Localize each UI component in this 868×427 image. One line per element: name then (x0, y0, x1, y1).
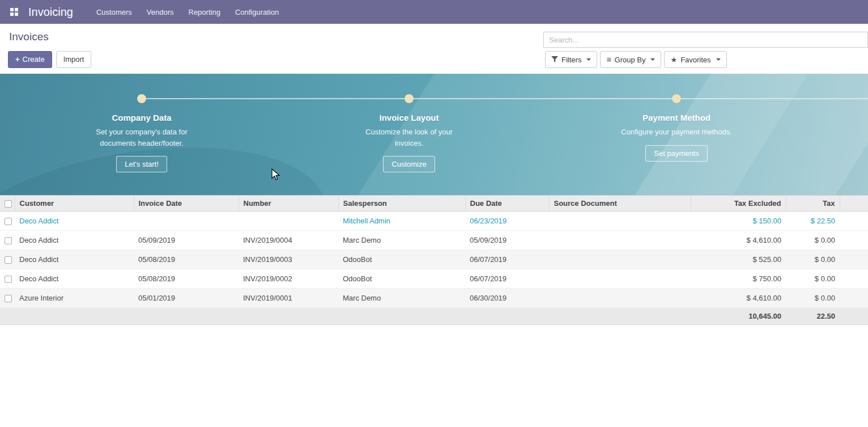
app-brand[interactable]: Invoicing (28, 6, 73, 19)
cell-invoice-date: 05/08/2019 (134, 269, 239, 289)
search-options-bar: Filters ≡ Group By ★ Favorites (545, 51, 727, 68)
chevron-down-icon (586, 58, 591, 61)
cell-due-date: 06/23/2019 (465, 212, 549, 231)
step-title: Payment Method (643, 113, 710, 122)
column-header-spacer (840, 196, 868, 212)
create-button-label: Create (23, 55, 45, 64)
cell-number (239, 212, 338, 231)
import-button[interactable]: Import (56, 51, 92, 68)
step-description: Customize the look of your invoices. (354, 126, 465, 149)
invoice-row[interactable]: Deco Addict Mitchell Admin 06/23/2019 $ … (0, 212, 868, 231)
checkbox-cell (0, 231, 15, 250)
column-header-number[interactable]: Number (239, 196, 338, 212)
row-checkbox[interactable] (5, 276, 12, 283)
step-description: Configure your payment methods. (621, 126, 732, 138)
cell-spacer (840, 212, 868, 231)
funnel-icon (551, 56, 558, 63)
cell-customer: Deco Addict (15, 250, 134, 269)
nav-menu: Customers Vendors Reporting Configuratio… (89, 0, 286, 24)
step-marker-dot (137, 94, 146, 103)
cell-number: INV/2019/0003 (239, 250, 338, 269)
select-all-checkbox[interactable] (5, 200, 12, 208)
checkbox-cell (0, 212, 15, 231)
cell-customer: Deco Addict (15, 231, 134, 250)
step-marker-dot (405, 94, 414, 103)
invoices-table: Customer Invoice Date Number Salesperson… (0, 195, 868, 325)
onboarding-step-company-data: Company Data Set your company's data for… (57, 94, 227, 172)
apps-menu-icon[interactable] (7, 5, 22, 19)
checkbox-cell (0, 269, 15, 289)
nav-item-reporting[interactable]: Reporting (181, 0, 228, 24)
cell-customer: Deco Addict (15, 212, 134, 231)
action-buttons: +Create Import (8, 51, 91, 68)
group-by-label: Group By (615, 56, 646, 64)
customize-button[interactable]: Customize (383, 156, 435, 172)
onboarding-step-invoice-layout: Invoice Layout Customize the look of you… (324, 94, 494, 172)
search-input[interactable] (543, 32, 868, 48)
row-checkbox[interactable] (5, 295, 12, 302)
cell-tax: $ 22.50 (786, 212, 840, 231)
cell-invoice-date: 05/01/2019 (134, 289, 239, 308)
cell-spacer (840, 231, 868, 250)
cell-due-date: 05/09/2019 (465, 231, 549, 250)
checkbox-cell (0, 250, 15, 269)
cell-source-document (549, 212, 691, 231)
cell-source-document (549, 289, 691, 308)
chevron-down-icon (650, 58, 655, 61)
total-tax: 22.50 (786, 308, 840, 325)
cell-salesperson: OdooBot (338, 269, 465, 289)
filters-label: Filters (561, 56, 581, 64)
column-header-customer[interactable]: Customer (15, 196, 134, 212)
invoice-row[interactable]: Azure Interior 05/01/2019 INV/2019/0001 … (0, 289, 868, 308)
cell-due-date: 06/07/2019 (465, 269, 549, 289)
onboarding-banner: Company Data Set your company's data for… (0, 74, 868, 195)
column-header-salesperson[interactable]: Salesperson (338, 196, 465, 212)
row-checkbox[interactable] (5, 256, 12, 264)
step-description: Set your company's data for documents he… (81, 126, 203, 149)
totals-spacer (0, 308, 691, 325)
invoice-row[interactable]: Deco Addict 05/09/2019 INV/2019/0004 Mar… (0, 231, 868, 250)
cell-number: INV/2019/0002 (239, 269, 338, 289)
cell-number: INV/2019/0001 (239, 289, 338, 308)
cell-customer: Azure Interior (15, 289, 134, 308)
cell-invoice-date (134, 212, 239, 231)
column-header-due-date[interactable]: Due Date (465, 196, 549, 212)
cell-tax: $ 0.00 (786, 231, 840, 250)
column-header-source-document[interactable]: Source Document (549, 196, 691, 212)
select-all-cell (0, 196, 15, 212)
invoice-row[interactable]: Deco Addict 05/08/2019 INV/2019/0003 Odo… (0, 250, 868, 269)
invoice-row[interactable]: Deco Addict 05/08/2019 INV/2019/0002 Odo… (0, 269, 868, 289)
nav-item-customers[interactable]: Customers (89, 0, 139, 24)
create-button[interactable]: +Create (8, 51, 52, 68)
cell-due-date: 06/30/2019 (465, 289, 549, 308)
favorites-button[interactable]: ★ Favorites (664, 51, 726, 68)
group-by-button[interactable]: ≡ Group By (600, 51, 661, 68)
nav-item-vendors[interactable]: Vendors (139, 0, 181, 24)
set-payments-button[interactable]: Set payments (645, 145, 708, 162)
lets-start-button[interactable]: Let's start! (116, 156, 167, 172)
step-title: Invoice Layout (379, 113, 439, 122)
cell-tax-excluded: $ 4,610.00 (691, 231, 786, 250)
checkbox-cell (0, 289, 15, 308)
column-header-invoice-date[interactable]: Invoice Date (134, 196, 239, 212)
filters-button[interactable]: Filters (545, 51, 597, 68)
top-navbar: Invoicing Customers Vendors Reporting Co… (0, 0, 868, 24)
list-icon: ≡ (606, 56, 611, 64)
cell-tax: $ 0.00 (786, 250, 840, 269)
cell-salesperson: Mitchell Admin (338, 212, 465, 231)
row-checkbox[interactable] (5, 218, 12, 225)
column-header-tax-excluded[interactable]: Tax Excluded (691, 196, 786, 212)
cell-source-document (549, 269, 691, 289)
cell-spacer (840, 289, 868, 308)
row-checkbox[interactable] (5, 237, 12, 244)
star-icon: ★ (670, 56, 677, 64)
nav-item-configuration[interactable]: Configuration (228, 0, 286, 24)
totals-row: 10,645.00 22.50 (0, 308, 868, 325)
cell-invoice-date: 05/08/2019 (134, 250, 239, 269)
total-tax-excluded: 10,645.00 (691, 308, 786, 325)
column-header-tax[interactable]: Tax (786, 196, 840, 212)
step-title: Company Data (112, 113, 171, 122)
cell-spacer (840, 269, 868, 289)
cell-customer: Deco Addict (15, 269, 134, 289)
cell-tax: $ 0.00 (786, 289, 840, 308)
